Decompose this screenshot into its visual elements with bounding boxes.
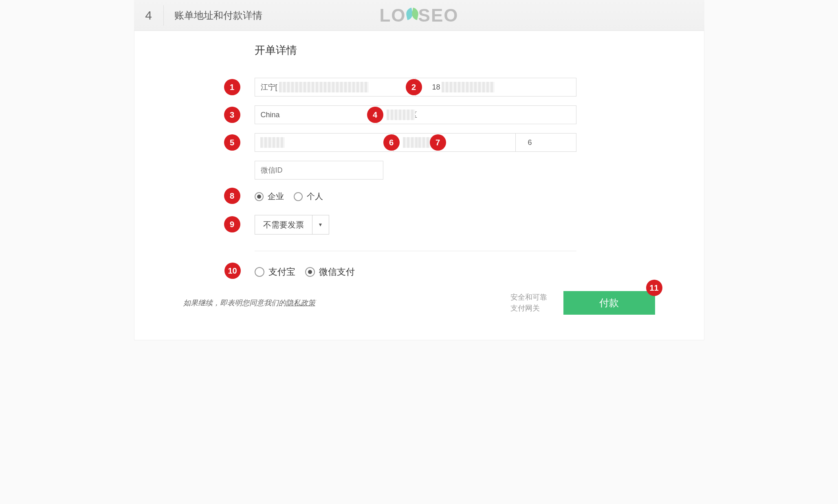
chevron-down-icon: ▼ [312, 215, 329, 234]
entity-company-radio[interactable]: 企业 [255, 191, 284, 202]
radio-icon [294, 192, 303, 201]
redacted-overlay [442, 82, 495, 92]
redacted-overlay [260, 137, 285, 148]
radio-icon [305, 267, 315, 277]
payment-wechat-label: 微信支付 [319, 266, 355, 278]
entity-company-label: 企业 [268, 191, 284, 202]
annotation-marker-8: 8 [224, 188, 240, 204]
redacted-overlay [279, 82, 369, 92]
redacted-overlay [387, 110, 415, 120]
payment-alipay-label: 支付宝 [268, 266, 295, 278]
invoice-selected-value: 不需要发票 [255, 215, 312, 234]
radio-icon [255, 192, 264, 201]
step-title: 账单地址和付款详情 [174, 9, 262, 22]
invoice-select[interactable]: 不需要发票 ▼ [255, 215, 329, 234]
entity-personal-label: 个人 [307, 191, 323, 202]
entity-personal-radio[interactable]: 个人 [294, 191, 323, 202]
annotation-marker-7: 7 [430, 134, 446, 151]
address-line-2-input[interactable] [416, 78, 576, 96]
annotation-marker-2: 2 [406, 79, 422, 95]
annotation-marker-10: 10 [224, 263, 241, 279]
secure-gateway-text: 安全和可靠 支付网关 [510, 292, 547, 314]
annotation-marker-6: 6 [383, 134, 400, 151]
annotation-marker-5: 5 [224, 134, 240, 151]
header-bar: 4 账单地址和付款详情 LO SEO [134, 0, 704, 31]
pay-button[interactable]: 付款 [563, 291, 655, 315]
annotation-marker-3: 3 [224, 107, 240, 123]
step-number: 4 [134, 5, 164, 26]
section-divider [255, 251, 576, 251]
zip-input[interactable] [515, 133, 576, 152]
privacy-notice: 如果继续，即表明您同意我们的隐私政策 [183, 298, 315, 308]
annotation-marker-1: 1 [224, 79, 240, 95]
privacy-policy-link[interactable]: 隐私政策 [286, 299, 315, 307]
wechat-id-input[interactable] [255, 161, 383, 180]
section-title: 开单详情 [255, 43, 576, 57]
radio-icon [255, 267, 264, 277]
annotation-marker-11: 11 [646, 280, 662, 296]
annotation-marker-4: 4 [367, 107, 383, 123]
leaf-icon [405, 7, 419, 24]
payment-wechat-radio[interactable]: 微信支付 [305, 266, 355, 278]
country-select[interactable] [255, 105, 377, 124]
payment-alipay-radio[interactable]: 支付宝 [255, 266, 295, 278]
annotation-marker-9: 9 [224, 216, 240, 232]
loyseo-logo: LO SEO [379, 5, 458, 26]
